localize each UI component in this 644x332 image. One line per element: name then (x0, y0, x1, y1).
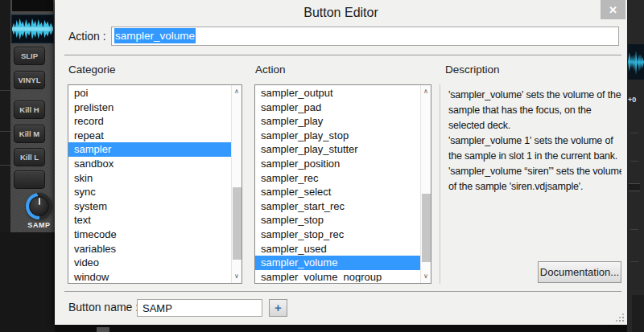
action-item-selected[interactable]: sampler_volume (255, 256, 420, 270)
action-item[interactable]: sampler_position (255, 157, 420, 171)
small-control-fragment (629, 183, 640, 191)
dialog-title: Button Editor (55, 6, 627, 20)
category-item[interactable]: text (68, 213, 231, 227)
app-bottom-strip (55, 325, 627, 332)
action-field-label: Action : (68, 30, 106, 43)
waveform-icon (12, 15, 53, 43)
edge-divider (0, 131, 10, 132)
scroll-up-icon[interactable]: ∧ (421, 87, 431, 96)
description-panel: 'sampler_volume' sets the volume of the … (440, 84, 621, 284)
gain-label: +0 (628, 96, 636, 104)
category-item[interactable]: record (68, 114, 231, 129)
kill-l-button[interactable]: Kill L (14, 148, 45, 166)
tick-mark (630, 261, 638, 262)
waveform-icon (628, 44, 644, 80)
action-item[interactable]: sampler_stop_rec (255, 227, 420, 242)
action-input-selected-text: sampler_volume (114, 28, 196, 43)
category-list: poi prelisten record repeat sampler sand… (68, 84, 242, 284)
button-name-label: Button name : (68, 301, 138, 314)
waveform-display[interactable] (11, 14, 54, 43)
knob-pointer-icon (39, 198, 40, 205)
bottom-scroll-fragment (97, 327, 109, 332)
button-name-input[interactable] (137, 299, 262, 317)
plus-icon: + (275, 301, 282, 314)
category-item[interactable]: prelisten (68, 100, 231, 115)
close-icon: ✕ (609, 4, 617, 16)
category-item[interactable]: system (68, 199, 231, 214)
action-item[interactable]: sampler_pad (255, 100, 420, 115)
deck-sidebar: SLIP VINYL Kill H Kill M Kill L SAMP (10, 0, 55, 232)
category-list-items: poi prelisten record repeat sampler sand… (68, 86, 231, 282)
action-header: Action (255, 64, 286, 76)
separator-top (64, 55, 621, 55)
resize-grip-icon[interactable] (616, 314, 624, 322)
action-scrollbar-thumb[interactable] (422, 194, 431, 262)
action-item[interactable]: sampler_used (255, 242, 420, 256)
category-scrollbar[interactable]: ∧ ∨ (231, 85, 242, 283)
category-item[interactable]: window (68, 270, 231, 282)
description-line: 'sampler_volume “siren”' sets the volume (448, 164, 621, 179)
action-input[interactable]: sampler_volume (111, 27, 619, 46)
action-scrollbar[interactable]: ∧ ∨ (420, 85, 431, 283)
edge-divider (0, 165, 10, 166)
categorie-header: Categorie (68, 64, 116, 76)
add-button[interactable]: + (269, 299, 287, 317)
tick-mark (630, 133, 638, 133)
description-text: 'sampler_volume' sets the volume of the … (440, 84, 621, 195)
slip-button[interactable]: SLIP (14, 47, 45, 65)
category-item[interactable]: video (68, 256, 231, 270)
category-item[interactable]: poi (68, 86, 231, 100)
kill-m-button[interactable]: Kill M (14, 125, 45, 143)
category-item[interactable]: repeat (68, 129, 231, 143)
description-line: 'sampler_volume 1' sets the volume of (448, 133, 621, 149)
button-editor-dialog: Button Editor ✕ Action : sampler_volume … (55, 0, 627, 325)
virtualdj-screen: SLIP VINYL Kill H Kill M Kill L SAMP But… (0, 0, 644, 332)
samp-knob[interactable] (26, 193, 52, 219)
tick-mark (630, 229, 638, 230)
action-item[interactable]: sampler_start_rec (255, 199, 420, 214)
app-right-strip: +0 (627, 0, 644, 332)
right-waveform-fragment (628, 44, 644, 80)
vinyl-button[interactable]: VINYL (14, 71, 45, 89)
edge-divider (0, 90, 10, 91)
category-item[interactable]: timecode (68, 227, 231, 242)
category-item[interactable]: sync (68, 185, 231, 199)
documentation-button[interactable]: Documentation... (538, 261, 621, 283)
action-item[interactable]: sampler_volume_nogroup (255, 270, 420, 282)
description-line: the sample in slot 1 in the current bank… (448, 149, 621, 164)
separator-bottom (64, 291, 621, 292)
action-item[interactable]: sampler_output (255, 86, 420, 100)
category-item-selected[interactable]: sampler (68, 142, 231, 157)
action-item[interactable]: sampler_play (255, 114, 420, 129)
action-item[interactable]: sampler_select (255, 185, 420, 199)
description-line: of the sample 'siren.vdjsample'. (448, 179, 621, 195)
action-item[interactable]: sampler_play_stutter (255, 142, 420, 157)
action-list-items: sampler_output sampler_pad sampler_play … (255, 86, 420, 282)
category-scrollbar-thumb[interactable] (233, 187, 242, 260)
sidebar-top-block (12, 0, 53, 11)
knob-face-icon (29, 196, 49, 216)
description-line: selected deck. (448, 118, 621, 133)
action-item[interactable]: sampler_rec (255, 171, 420, 186)
description-header: Description (445, 64, 500, 76)
right-strip-lower (632, 295, 644, 332)
category-item[interactable]: sandbox (68, 157, 231, 171)
action-item[interactable]: sampler_play_stop (255, 129, 420, 143)
description-line: sample that has the focus, on the (448, 103, 621, 118)
tick-mark (630, 161, 638, 162)
action-list: sampler_output sampler_pad sampler_play … (254, 84, 431, 284)
category-item[interactable]: skin (68, 171, 231, 186)
close-button[interactable]: ✕ (601, 0, 625, 19)
action-item[interactable]: sampler_stop (255, 213, 420, 227)
blank-button[interactable] (14, 170, 45, 189)
scroll-down-icon[interactable]: ∨ (232, 272, 242, 281)
scroll-down-icon[interactable]: ∨ (421, 272, 431, 281)
kill-h-button[interactable]: Kill H (14, 100, 45, 119)
description-line: 'sampler_volume' sets the volume of the (448, 88, 621, 103)
category-item[interactable]: variables (68, 242, 231, 256)
scroll-up-icon[interactable]: ∧ (232, 87, 242, 96)
sidebar-lower-area (0, 232, 55, 332)
